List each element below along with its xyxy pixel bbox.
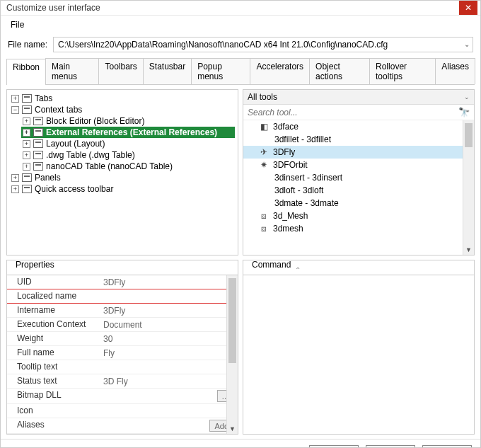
- command-title: Command: [249, 260, 294, 270]
- folder-icon: [22, 185, 32, 193]
- tool-3dfly[interactable]: ✈3DFly: [243, 146, 474, 159]
- property-name: Tooltip text: [7, 360, 99, 374]
- tab-popup-menus[interactable]: Popup menus: [191, 58, 250, 84]
- property-row[interactable]: Localized name: [7, 289, 238, 304]
- property-name: Status text: [7, 374, 99, 388]
- chevron-up-icon[interactable]: ⌃: [295, 266, 301, 274]
- tool-label: 3DFOrbit: [273, 160, 308, 170]
- scroll-down-icon[interactable]: ▼: [463, 245, 474, 255]
- scroll-thumb[interactable]: [465, 123, 473, 147]
- tab-statusbar[interactable]: Statusbar: [143, 58, 192, 84]
- folder-icon: [22, 105, 32, 114]
- property-value[interactable]: Fly: [99, 346, 238, 360]
- tool-label: 3dmesh: [273, 224, 303, 234]
- property-row[interactable]: AliasesAdd: [7, 418, 238, 434]
- chevron-down-icon: ⌄: [464, 93, 470, 100]
- tab-main-menus[interactable]: Main menus: [45, 58, 99, 84]
- property-row[interactable]: Weight30: [7, 332, 238, 346]
- close-button[interactable]: ✕: [459, 1, 477, 15]
- tool-3d-mesh[interactable]: ⧇3d_Mesh: [243, 209, 474, 222]
- tree-label: Context tabs: [35, 105, 82, 115]
- property-value[interactable]: [99, 404, 238, 418]
- scrollbar[interactable]: ▲ ▼: [463, 120, 474, 255]
- expand-icon[interactable]: +: [23, 151, 30, 159]
- scroll-thumb[interactable]: [228, 278, 236, 363]
- cancel-button[interactable]: Cancel: [366, 445, 415, 448]
- property-value[interactable]: 3DFly: [99, 275, 238, 289]
- tree-quick-access[interactable]: + Quick access toolbar: [10, 183, 235, 195]
- tool-3dforbit[interactable]: ✷3DFOrbit: [243, 159, 474, 171]
- properties-panel: Properties UID3DFlyLocalized nameInterna…: [6, 260, 238, 435]
- folder-icon: [33, 128, 43, 137]
- tab-accelerators[interactable]: Accelerators: [250, 58, 310, 84]
- property-name: Bitmap DLL: [7, 389, 99, 403]
- command-panel: Command ⌃: [243, 260, 475, 435]
- property-row[interactable]: Tooltip text: [7, 360, 238, 374]
- tool-filter-select[interactable]: All tools: [248, 92, 464, 102]
- property-value[interactable]: Add: [99, 418, 238, 433]
- property-row[interactable]: Intername3DFly: [7, 304, 238, 318]
- tab-rollover-tooltips[interactable]: Rollover tooltips: [369, 58, 436, 84]
- property-name: Icon: [7, 404, 99, 418]
- tools-panel: All tools ⌄ 🔭 ◧3dface 3dfillet - 3dfille…: [243, 89, 475, 255]
- property-value[interactable]: ...: [99, 389, 238, 403]
- search-tool-input[interactable]: [248, 108, 454, 117]
- tabstrip: Ribbon Main menus Toolbars Statusbar Pop…: [6, 58, 475, 85]
- property-name: Localized name: [7, 289, 99, 303]
- expand-icon[interactable]: +: [11, 185, 19, 193]
- file-path-combo[interactable]: C:\Users\Inz20\AppData\Roaming\Nanosoft\…: [53, 37, 473, 52]
- property-value[interactable]: [99, 360, 238, 374]
- ribbon-tree-panel: + Tabs − Context tabs + Block Editor (Bl…: [6, 89, 238, 255]
- property-row[interactable]: UID3DFly: [7, 275, 238, 289]
- folder-icon: [33, 117, 43, 125]
- tree-tabs[interactable]: + Tabs: [10, 93, 235, 104]
- tree-label: Block Editor (Block Editor): [46, 116, 144, 126]
- expand-icon[interactable]: +: [23, 163, 30, 171]
- property-row[interactable]: Bitmap DLL...: [7, 389, 238, 404]
- menu-file[interactable]: File: [6, 18, 28, 31]
- tree-ct-nanocad-table[interactable]: + nanoCAD Table (nanoCAD Table): [21, 161, 235, 172]
- tab-object-actions[interactable]: Object actions: [309, 58, 370, 84]
- expand-icon[interactable]: +: [23, 117, 30, 125]
- property-row[interactable]: Execution ContextDocument: [7, 318, 238, 332]
- tab-toolbars[interactable]: Toolbars: [98, 58, 143, 84]
- binoculars-icon[interactable]: 🔭: [458, 107, 470, 117]
- tab-aliases[interactable]: Aliases: [435, 58, 475, 84]
- tree-ct-dwg-table[interactable]: + .dwg Table (.dwg Table): [21, 149, 235, 161]
- tool-label: 3dfillet - 3dfillet: [274, 134, 331, 144]
- folder-icon: [33, 139, 43, 148]
- tool-3dmesh[interactable]: ⧇3dmesh: [243, 222, 474, 235]
- property-value[interactable]: Document: [99, 318, 238, 331]
- property-name: Aliases: [7, 418, 99, 433]
- expand-icon[interactable]: +: [23, 140, 30, 148]
- property-value[interactable]: 3D Fly: [99, 374, 238, 388]
- tree-ct-external-references[interactable]: + External References (External Referenc…: [21, 127, 235, 138]
- tree-panels[interactable]: + Panels: [10, 172, 235, 183]
- tree-ct-block-editor[interactable]: + Block Editor (Block Editor): [21, 115, 235, 127]
- scrollbar[interactable]: ▲ ▼: [226, 275, 238, 434]
- property-value[interactable]: 30: [99, 332, 238, 345]
- property-name: Weight: [7, 332, 99, 345]
- tool-3dmate[interactable]: 3dmate - 3dmate: [243, 197, 474, 209]
- collapse-icon[interactable]: −: [11, 106, 19, 114]
- tool-3dface[interactable]: ◧3dface: [243, 120, 474, 133]
- tree-ct-layout[interactable]: + Layout (Layout): [21, 138, 235, 149]
- property-row[interactable]: Status text3D Fly: [7, 374, 238, 389]
- property-row[interactable]: Icon: [7, 404, 238, 418]
- tab-ribbon[interactable]: Ribbon: [6, 59, 46, 85]
- tree-context-tabs[interactable]: − Context tabs: [10, 104, 235, 115]
- expand-icon[interactable]: +: [23, 129, 30, 137]
- scroll-down-icon[interactable]: ▼: [227, 424, 238, 434]
- property-row[interactable]: Full nameFly: [7, 346, 238, 360]
- tool-3dinsert[interactable]: 3dinsert - 3dinsert: [243, 171, 474, 184]
- tool-3dloft[interactable]: 3dloft - 3dloft: [243, 184, 474, 197]
- help-button[interactable]: Help: [422, 445, 472, 448]
- tool-3dfillet[interactable]: 3dfillet - 3dfillet: [243, 133, 474, 146]
- property-value[interactable]: [99, 289, 238, 303]
- property-value[interactable]: 3DFly: [99, 304, 238, 317]
- expand-icon[interactable]: +: [11, 95, 19, 103]
- expand-icon[interactable]: +: [11, 174, 19, 182]
- tree-label: Tabs: [35, 93, 52, 103]
- ok-button[interactable]: OK: [309, 445, 359, 448]
- tool-label: 3dmate - 3dmate: [274, 198, 339, 208]
